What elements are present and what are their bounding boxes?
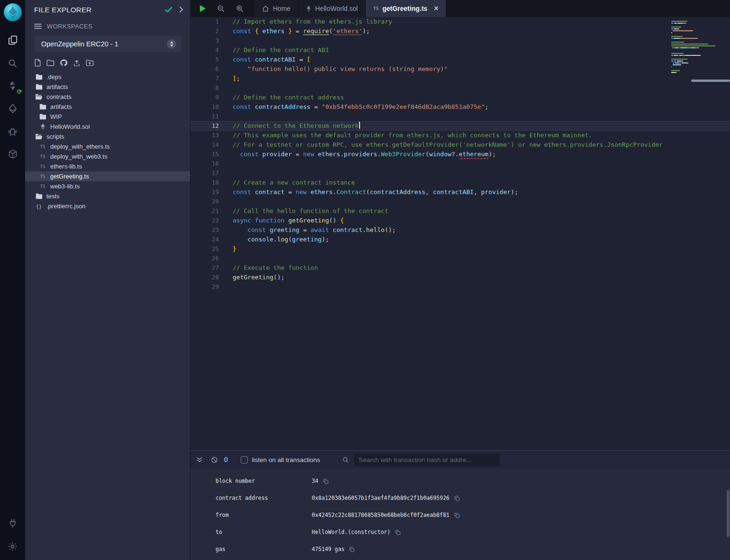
code-line-22[interactable]: 22async function getGreeting() { [190, 216, 730, 225]
clone-repo-icon[interactable] [60, 59, 68, 67]
tx-detail-row: block number34 [190, 472, 730, 489]
code-line-28[interactable]: 28getGreeting(); [190, 273, 730, 282]
code-line-18[interactable]: 18// Create a new contract instance [190, 178, 730, 187]
plugins-icon[interactable] [5, 146, 21, 162]
zoom-in-icon[interactable] [235, 4, 244, 13]
line-number: 9 [190, 93, 219, 102]
copy-icon[interactable] [349, 546, 355, 552]
code-line-21[interactable]: 21// Call the hello function of the cont… [190, 206, 730, 216]
copy-icon[interactable] [454, 495, 460, 501]
workspace-check-icon[interactable] [165, 7, 172, 13]
tab-home[interactable]: Home [254, 0, 298, 17]
tree-item-deploy-with-web3-ts[interactable]: TSdeploy_with_web3.ts [25, 151, 190, 161]
search-icon[interactable] [5, 55, 21, 71]
code-line-3[interactable]: 3 [190, 36, 730, 45]
tree-item-tests[interactable]: tests [25, 191, 190, 201]
code-line-8[interactable]: 8 [190, 83, 730, 93]
workspace-select[interactable]: OpenZeppelin ERC20 - 1 [35, 36, 181, 52]
code-line-25[interactable]: 25} [190, 244, 730, 254]
tree-item-label: contracts [46, 93, 72, 100]
select-arrows-icon [167, 39, 176, 49]
tab-getgreeting-ts[interactable]: TSgetGreeting.ts× [366, 0, 446, 17]
new-folder-icon[interactable] [46, 59, 54, 66]
copy-icon[interactable] [323, 478, 329, 484]
solidity-compiler-icon[interactable]: ⟳ [5, 78, 21, 94]
deploy-run-icon[interactable] [5, 100, 21, 116]
tree-item-web3-lib-ts[interactable]: TSweb3-lib.ts [25, 181, 190, 191]
page-scrollbar-thumb[interactable] [727, 490, 730, 537]
tree-item-getgreeting-ts[interactable]: TSgetGreeting.ts [25, 171, 190, 181]
tree-item-prettierrc-json[interactable]: {}.prettierrc.json [25, 201, 190, 211]
new-file-icon[interactable] [34, 59, 41, 67]
tree-item-artifacts[interactable]: artifacts [25, 82, 190, 92]
line-content [219, 83, 233, 93]
settings-icon[interactable] [5, 538, 21, 554]
code-line-14[interactable]: 14// For a testnet or custom RPC, use et… [190, 140, 730, 150]
tree-item-scripts[interactable]: scripts [25, 132, 190, 142]
code-line-27[interactable]: 27// Execute the function [190, 263, 730, 273]
tree-item-deps[interactable]: .deps [25, 72, 190, 82]
line-number: 24 [190, 235, 219, 244]
line-content: "function hello() public view returns (s… [219, 64, 448, 74]
tree-item-deploy-with-ethers-ts[interactable]: TSdeploy_with_ethers.ts [25, 142, 190, 151]
code-line-7[interactable]: 7]; [190, 74, 730, 83]
code-line-29[interactable]: 29 [190, 282, 730, 292]
code-line-20[interactable]: 20 [190, 197, 730, 206]
upload-file-icon[interactable] [73, 59, 81, 67]
terminal-panel: 0 listen on all transactions block numbe… [190, 450, 730, 560]
plugin-manager-icon[interactable] [5, 515, 21, 531]
code-line-13[interactable]: 13// This example uses the default provi… [190, 131, 730, 140]
code-line-19[interactable]: 19const contract = new ethers.Contract(c… [190, 187, 730, 197]
code-line-1[interactable]: 1// Import ethers from the ethers.js lib… [190, 17, 730, 27]
upload-folder-icon[interactable] [86, 59, 94, 66]
copy-icon[interactable] [395, 529, 401, 535]
tree-item-artifacts[interactable]: artifacts [25, 102, 190, 112]
code-editor[interactable]: 1// Import ethers from the ethers.js lib… [190, 17, 730, 450]
expand-terminal-icon[interactable] [196, 456, 203, 463]
code-line-12[interactable]: 12// Connect to the Ethereum network [190, 121, 730, 131]
code-line-11[interactable]: 11 [190, 112, 730, 121]
terminal-search-input[interactable] [354, 453, 500, 466]
zoom-out-icon[interactable] [216, 4, 225, 13]
chevron-right-icon[interactable] [179, 6, 183, 13]
tree-item-label: artifacts [46, 83, 68, 90]
tree-item-helloworld-sol[interactable]: HelloWorld.sol [25, 122, 190, 132]
tab-helloworld-sol[interactable]: HelloWorld.sol [298, 0, 366, 17]
code-line-9[interactable]: 9// Define the contract address [190, 93, 730, 102]
debugger-icon[interactable] [5, 123, 21, 139]
copy-icon[interactable] [454, 512, 460, 518]
terminal-prompt[interactable]: > [190, 558, 730, 560]
minimap[interactable] [671, 21, 724, 76]
code-line-4[interactable]: 4// Define the contract ABI [190, 45, 730, 55]
tree-item-contracts[interactable]: contracts [25, 92, 190, 102]
run-script-icon[interactable] [199, 5, 206, 12]
code-line-15[interactable]: 15 const provider = new ethers.providers… [190, 150, 730, 159]
tree-item-wip[interactable]: WIP [25, 112, 190, 122]
workspaces-menu-icon[interactable] [34, 23, 42, 29]
file-explorer-icon[interactable] [5, 32, 21, 48]
listen-all-transactions-label[interactable]: listen on all transactions [252, 456, 320, 463]
code-line-6[interactable]: 6 "function hello() public view returns … [190, 64, 730, 74]
line-content [219, 197, 233, 206]
tab-label: getGreeting.ts [382, 5, 427, 12]
clear-console-icon[interactable] [211, 456, 218, 463]
tx-detail-key: from [216, 512, 312, 518]
remix-logo-icon[interactable] [3, 3, 22, 22]
code-line-2[interactable]: 2const { ethers } = require('ethers'); [190, 27, 730, 36]
line-number: 19 [190, 187, 219, 197]
listen-all-transactions-checkbox[interactable] [241, 456, 248, 463]
tree-item-ethers-lib-ts[interactable]: TSethers-lib.ts [25, 161, 190, 171]
code-line-23[interactable]: 23 const greeting = await contract.hello… [190, 225, 730, 235]
minimap-slider[interactable] [691, 80, 730, 82]
close-tab-icon[interactable]: × [434, 5, 438, 12]
line-number: 21 [190, 206, 219, 216]
code-line-16[interactable]: 16 [190, 159, 730, 169]
code-line-10[interactable]: 10const contractAddress = "0xb54febb5c0c… [190, 102, 730, 112]
code-line-26[interactable]: 26 [190, 254, 730, 263]
code-line-5[interactable]: 5const contractABI = [ [190, 55, 730, 64]
tree-item-label: HelloWorld.sol [50, 123, 90, 130]
code-line-24[interactable]: 24 console.log(greeting); [190, 235, 730, 244]
code-line-17[interactable]: 17 [190, 169, 730, 178]
line-number: 3 [190, 36, 219, 45]
line-number: 2 [190, 27, 219, 36]
